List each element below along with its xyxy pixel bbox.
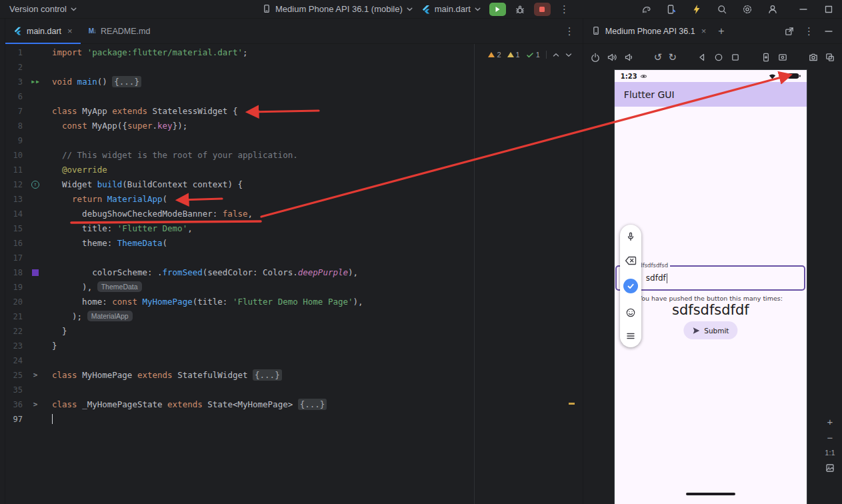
code-line[interactable]: 20 home: const MyHomePage(title: 'Flutte… — [5, 295, 583, 309]
run-gutter-icon[interactable]: ▶ — [36, 79, 39, 85]
code-line[interactable]: 14 debugShowCheckedModeBanner: false, — [5, 207, 583, 221]
lightning-icon[interactable] — [691, 4, 702, 15]
code-line[interactable]: 19 ), ThemeData — [5, 280, 583, 295]
editor-area: main.dart × M↓ README.md ⋮ 1import 'pack… — [5, 19, 583, 504]
emoji-icon[interactable] — [625, 307, 636, 318]
menu-icon[interactable] — [626, 331, 635, 341]
code-line[interactable]: 12↑ Widget build(BuildContext context) { — [5, 177, 583, 192]
override-gutter-icon[interactable]: ↑ — [31, 181, 39, 189]
screenshot-icon[interactable] — [761, 52, 771, 63]
stop-button[interactable] — [534, 3, 551, 16]
volume-up-icon[interactable] — [607, 52, 617, 63]
zoom-in-icon[interactable]: + — [827, 417, 833, 427]
more-vertical-icon[interactable]: ⋮ — [559, 4, 569, 14]
fit-screen-icon[interactable] — [825, 463, 835, 473]
code-line[interactable]: 7class MyApp extends StatelessWidget { — [5, 104, 583, 119]
recents-icon[interactable] — [730, 52, 741, 63]
volume-down-icon[interactable] — [623, 52, 634, 63]
rotate-left-icon[interactable]: ↺ — [654, 52, 663, 62]
folded-region[interactable]: {...} — [112, 76, 141, 87]
gradle-icon[interactable] — [641, 4, 651, 15]
device-selector[interactable]: Medium Phone API 36.1 (mobile) — [262, 4, 413, 14]
code-line[interactable]: 13 return MaterialApp( — [5, 192, 583, 207]
fold-arrow-icon[interactable]: > — [33, 397, 38, 412]
color-swatch[interactable] — [32, 269, 39, 276]
code-line[interactable]: 36>class _MyHomePageState extends State<… — [5, 397, 583, 412]
code-line[interactable]: 18 colorScheme: .fromSeed(seedColor: Col… — [5, 265, 583, 280]
code-line[interactable]: 9 — [5, 133, 583, 148]
code-text: void main() {...} — [48, 75, 141, 89]
fold-arrow-icon[interactable]: > — [33, 368, 38, 383]
check-icon[interactable] — [623, 279, 638, 293]
inspections-widget[interactable]: 2 1 1 — [488, 51, 571, 59]
record-icon[interactable] — [777, 52, 788, 63]
minimize-icon[interactable] — [798, 4, 809, 15]
emulator-text-field[interactable]: sdfsdfsdfsd sdfdf — [615, 265, 805, 291]
power-icon[interactable] — [590, 52, 601, 63]
next-problem-icon[interactable] — [565, 53, 572, 57]
maximize-icon[interactable] — [823, 4, 834, 15]
code-line[interactable]: 15 title: 'Flutter Demo', — [5, 221, 583, 236]
code-line[interactable]: 24 — [5, 353, 583, 368]
code-line[interactable]: 11 @override — [5, 163, 583, 177]
open-in-window-icon[interactable] — [784, 26, 795, 37]
profile-icon[interactable] — [767, 4, 778, 15]
code-line[interactable]: 23} — [5, 339, 583, 353]
settings-gear-icon[interactable] — [742, 4, 753, 15]
code-area[interactable]: 1import 'package:flutter/material.dart';… — [5, 45, 583, 427]
code-line[interactable]: 25>class MyHomePage extends StatefulWidg… — [5, 368, 583, 383]
run-configuration-selector[interactable]: main.dart — [421, 4, 481, 14]
microphone-icon[interactable] — [625, 231, 636, 242]
version-control-menu[interactable]: Version control — [9, 4, 77, 14]
ime-toolbar[interactable] — [620, 225, 641, 347]
inlay-hint[interactable]: ThemeData — [97, 281, 142, 292]
ok-count[interactable]: 1 — [526, 51, 540, 59]
code-line[interactable]: 6 — [5, 89, 583, 104]
folded-region[interactable]: {...} — [253, 369, 282, 381]
code-line[interactable]: 17 — [5, 251, 583, 265]
wifi-icon — [769, 73, 776, 79]
close-tab-icon[interactable]: × — [701, 26, 707, 36]
folded-region[interactable]: {...} — [298, 399, 327, 410]
code-editor[interactable]: 1import 'package:flutter/material.dart';… — [5, 44, 583, 504]
close-tab-icon[interactable]: × — [67, 26, 73, 36]
backspace-icon[interactable] — [625, 256, 637, 265]
add-device-icon[interactable]: + — [718, 26, 724, 37]
search-icon[interactable] — [717, 4, 727, 15]
run-button[interactable] — [489, 3, 506, 16]
code-line[interactable]: 35 — [5, 383, 583, 397]
code-line[interactable]: 16 theme: ThemeData( — [5, 236, 583, 251]
submit-button[interactable]: Submit — [683, 321, 737, 339]
more-vertical-icon[interactable]: ⋮ — [565, 26, 575, 36]
code-line[interactable]: 22 } — [5, 324, 583, 339]
tab-readme-md[interactable]: M↓ README.md — [81, 19, 159, 43]
gesture-bar[interactable] — [686, 493, 735, 495]
run-gutter-icon[interactable]: ▶ — [31, 79, 35, 85]
code-line[interactable]: 10 // This widget is the root of your ap… — [5, 148, 583, 163]
tab-label: README.md — [101, 27, 150, 36]
emulator-screen[interactable]: 1:23 Flutter GUI sdfsdfsdfsd sdfdf You h… — [615, 70, 807, 504]
device-manager-icon[interactable] — [666, 4, 677, 15]
code-line[interactable]: 2 — [5, 60, 583, 75]
code-line[interactable]: 3▶▶void main() {...} — [5, 75, 583, 89]
scrollbar-mark[interactable] — [569, 403, 575, 405]
camera-icon[interactable] — [808, 52, 819, 63]
display-mode-icon[interactable] — [825, 52, 835, 63]
warnings-count[interactable]: 2 — [488, 51, 501, 59]
hide-panel-icon[interactable] — [823, 26, 834, 37]
back-icon[interactable] — [697, 52, 707, 63]
weak-warnings-count[interactable]: 1 — [507, 51, 520, 59]
code-line[interactable]: 97 — [5, 412, 583, 427]
prev-problem-icon[interactable] — [553, 53, 559, 57]
home-icon[interactable] — [713, 52, 724, 63]
debug-icon[interactable] — [515, 4, 525, 15]
code-line[interactable]: 21 ); MaterialApp — [5, 309, 583, 324]
device-tab[interactable]: Medium Phone API 36.1 × — [591, 26, 706, 36]
code-line[interactable]: 8 const MyApp({super.key}); — [5, 119, 583, 133]
more-vertical-icon[interactable]: ⋮ — [804, 26, 814, 36]
tab-main-dart[interactable]: main.dart × — [5, 19, 81, 43]
inlay-hint[interactable]: MaterialApp — [87, 311, 133, 321]
line-number: 1 — [5, 45, 23, 60]
zoom-out-icon[interactable]: − — [827, 433, 833, 443]
rotate-right-icon[interactable]: ↻ — [668, 52, 677, 62]
